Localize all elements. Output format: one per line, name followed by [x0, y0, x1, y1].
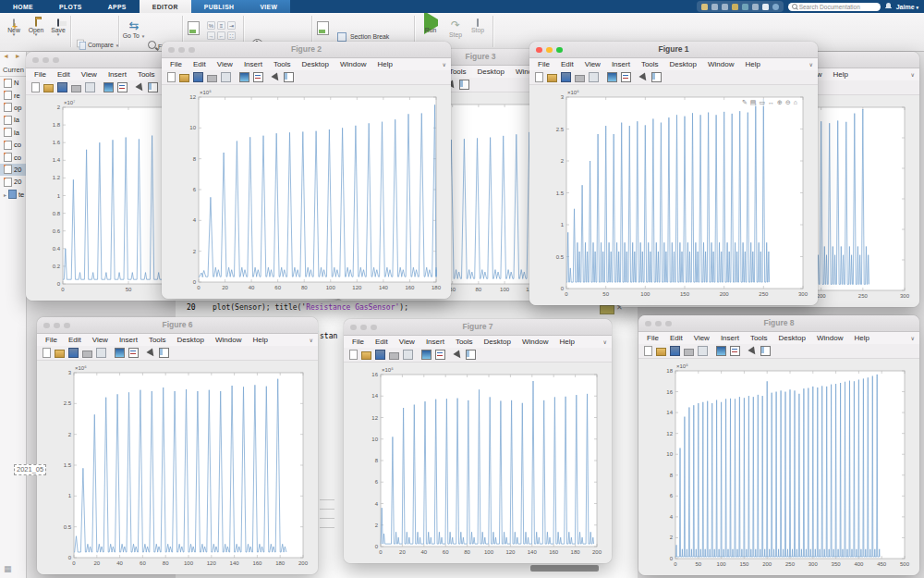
file-list-item[interactable]: re [0, 89, 26, 101]
open-file-icon[interactable] [55, 350, 65, 358]
new-button[interactable]: New ▼ [4, 19, 24, 36]
minimize-button[interactable] [360, 325, 367, 331]
tab-home[interactable]: HOME [0, 0, 46, 13]
open-file-icon[interactable] [43, 84, 54, 92]
edit-cursor-icon[interactable] [748, 346, 758, 356]
menu-item-help[interactable]: Help [553, 338, 579, 346]
insert-legend-icon[interactable] [128, 348, 139, 358]
menu-item-tools[interactable]: Tools [450, 338, 479, 346]
menu-item-help[interactable]: Help [739, 60, 765, 68]
plot-browser-icon[interactable] [459, 80, 469, 90]
close-button[interactable] [536, 47, 542, 54]
smart-indent-icon[interactable]: ∷ [227, 31, 236, 40]
menubar-overflow-icon[interactable]: ∨ [443, 61, 446, 68]
menu-item-window[interactable]: Window [210, 336, 247, 344]
plot-browser-icon[interactable] [651, 72, 662, 82]
copy-figure-icon[interactable] [698, 346, 708, 356]
file-list-item[interactable]: op [0, 102, 26, 114]
menu-item-help[interactable]: Help [848, 334, 874, 342]
menu-item-insert[interactable]: Insert [715, 334, 745, 342]
print-figure-icon[interactable] [207, 75, 217, 82]
print-figure-icon[interactable] [389, 352, 399, 360]
open-button[interactable]: Open ▼ [25, 19, 47, 36]
menu-item-window[interactable]: Window [517, 338, 553, 346]
new-figure-icon[interactable] [31, 82, 40, 92]
tab-publish[interactable]: PUBLISH [191, 0, 248, 13]
user-menu[interactable]: Jaime ▾ [896, 4, 918, 10]
close-button[interactable] [350, 325, 357, 331]
open-file-icon[interactable] [656, 348, 666, 356]
tab-apps[interactable]: APPS [95, 0, 140, 13]
go-to-button[interactable]: ⇆ Go To ▼ [121, 19, 147, 39]
close-button[interactable] [43, 323, 50, 329]
menu-item-desktop[interactable]: Desktop [297, 60, 334, 68]
menu-item-window[interactable]: Window [334, 60, 371, 68]
menu-item-insert[interactable]: Insert [606, 60, 636, 68]
insert-colorbar-icon[interactable] [716, 346, 726, 356]
insert-section-button[interactable] [188, 21, 200, 36]
plot-browser-icon[interactable] [284, 72, 294, 82]
comment-icon[interactable]: % [207, 21, 215, 30]
menu-item-file[interactable]: File [29, 70, 52, 79]
menu-item-desktop[interactable]: Desktop [773, 334, 811, 342]
menu-item-tools[interactable]: Tools [636, 60, 664, 68]
print-figure-icon[interactable] [575, 75, 585, 82]
zoom-in-icon[interactable]: ⊕ [777, 99, 783, 106]
menu-item-view[interactable]: View [688, 334, 715, 342]
menu-item-file[interactable]: File [40, 336, 63, 344]
window-titlebar[interactable]: Figure 7 [344, 319, 612, 336]
insert-legend-icon[interactable] [117, 82, 128, 92]
insert-colorbar-icon[interactable] [239, 72, 249, 82]
insert-legend-icon[interactable] [435, 350, 445, 360]
plot-browser-icon[interactable] [159, 348, 169, 358]
help-icon[interactable] [772, 4, 779, 10]
file-list-item[interactable]: la [0, 114, 26, 126]
menu-item-edit[interactable]: Edit [370, 338, 394, 346]
section-break-button[interactable]: Section Break [337, 32, 389, 42]
menu-item-insert[interactable]: Insert [103, 70, 132, 79]
menu-item-desktop[interactable]: Desktop [479, 338, 517, 346]
menu-item-desktop[interactable]: Desktop [664, 60, 702, 68]
insert-colorbar-icon[interactable] [607, 72, 617, 82]
menu-item-view[interactable]: View [87, 336, 114, 344]
print-figure-icon[interactable] [684, 349, 694, 356]
edit-cursor-icon[interactable] [271, 72, 281, 82]
edit-cursor-icon[interactable] [146, 348, 156, 358]
edit-cursor-icon[interactable] [135, 82, 145, 92]
window-titlebar[interactable]: Figure 6 [37, 317, 318, 334]
print-figure-icon[interactable] [82, 350, 92, 358]
tab-view[interactable]: VIEW [247, 0, 290, 13]
zoom-button[interactable] [188, 47, 195, 54]
tab-editor[interactable]: EDITOR [140, 0, 191, 13]
details-panel-icon[interactable]: ▦ [4, 564, 12, 573]
cut-icon[interactable] [711, 4, 718, 10]
save-figure-icon[interactable] [57, 82, 67, 92]
save-icon[interactable] [701, 4, 708, 10]
menubar-overflow-icon[interactable]: ∨ [809, 61, 813, 68]
menu-item-edit[interactable]: Edit [555, 60, 579, 68]
datacursor-icon[interactable]: ▤ [750, 99, 757, 106]
save-figure-icon[interactable] [670, 346, 680, 356]
window-titlebar[interactable]: Figure 8 [638, 315, 919, 332]
close-button[interactable] [168, 47, 175, 54]
run-section-button[interactable] [317, 21, 329, 36]
new-figure-icon[interactable] [349, 350, 358, 360]
file-list-item[interactable]: 20 [0, 164, 26, 176]
new-figure-icon[interactable] [167, 72, 176, 82]
file-list-item[interactable]: co [0, 151, 26, 163]
menu-item-file[interactable]: File [641, 334, 664, 342]
save-figure-icon[interactable] [193, 72, 203, 82]
uncomment-icon[interactable]: ⇥ [227, 21, 236, 30]
outdent-icon[interactable]: ← [217, 31, 225, 40]
new-figure-icon[interactable] [644, 346, 652, 356]
editor-warning-indicator[interactable] [600, 305, 614, 314]
plot-browser-icon[interactable] [148, 82, 158, 92]
menu-item-edit[interactable]: Edit [664, 334, 688, 342]
menu-item-insert[interactable]: Insert [420, 338, 450, 346]
menu-item-view[interactable]: View [212, 60, 238, 68]
documentation-search[interactable] [788, 3, 881, 11]
tab-plots[interactable]: PLOTS [46, 0, 95, 13]
menu-item-view[interactable]: View [394, 338, 420, 346]
file-list-item[interactable]: N [0, 77, 26, 89]
zoom-button[interactable] [665, 321, 672, 327]
